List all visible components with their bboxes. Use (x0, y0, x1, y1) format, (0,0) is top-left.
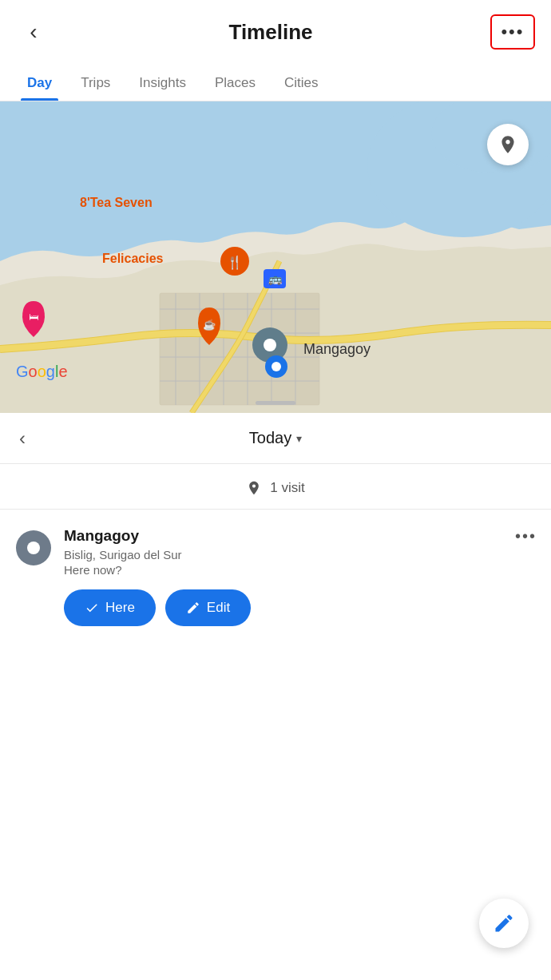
location-here-question: Here now? (64, 563, 535, 577)
checkmark-icon (85, 601, 99, 615)
google-logo: Google (16, 363, 68, 381)
visit-count-row: 1 visit (0, 464, 551, 510)
day-dropdown-icon[interactable]: ▾ (296, 432, 302, 445)
map-label-felicacies: Felicacies (102, 252, 164, 266)
tab-bar: Day Trips Insights Places Cities (0, 64, 551, 101)
location-name: Mangagoy (64, 527, 535, 545)
map-view[interactable]: 🚌 🍴 🛏 ☕ Mangagoy 8'Tea Seven Felicacies … (0, 101, 551, 413)
location-pin-icon (497, 134, 518, 155)
here-button[interactable]: Here (64, 589, 156, 626)
svg-rect-14 (96, 225, 200, 251)
fab-pencil-icon (493, 912, 515, 934)
map-location-pin-button[interactable] (487, 124, 529, 165)
page-title: Timeline (228, 20, 312, 45)
tab-trips[interactable]: Trips (66, 64, 125, 101)
day-label[interactable]: Today ▾ (249, 429, 302, 447)
location-card: Mangagoy Bislig, Surigao del Sur Here no… (0, 510, 551, 644)
svg-text:☕: ☕ (203, 318, 216, 331)
visit-pin-icon (246, 480, 262, 496)
svg-text:Mangagoy: Mangagoy (303, 341, 371, 357)
tab-day[interactable]: Day (13, 64, 66, 101)
pencil-icon (186, 601, 200, 615)
visit-count-text: 1 visit (270, 480, 304, 496)
location-address: Bislig, Surigao del Sur (64, 548, 535, 561)
fab-edit-button[interactable] (479, 899, 529, 948)
svg-point-24 (272, 362, 281, 371)
svg-text:🚌: 🚌 (268, 272, 283, 286)
tab-insights[interactable]: Insights (125, 64, 200, 101)
day-back-button[interactable]: ‹ (19, 427, 26, 450)
back-button[interactable]: ‹ (16, 14, 51, 50)
location-actions: Here Edit (64, 589, 535, 626)
edit-button[interactable]: Edit (165, 589, 251, 626)
map-drag-handle[interactable] (256, 401, 295, 405)
location-more-button[interactable]: ••• (515, 527, 537, 546)
location-info: Mangagoy Bislig, Surigao del Sur Here no… (64, 527, 535, 626)
header: ‹ Timeline ••• (0, 0, 551, 64)
location-avatar-dot (27, 542, 40, 554)
tab-cities[interactable]: Cities (270, 64, 333, 101)
day-navigation: ‹ Today ▾ (0, 413, 551, 464)
location-avatar (16, 530, 51, 565)
svg-text:🍴: 🍴 (227, 255, 243, 270)
svg-text:🛏: 🛏 (29, 311, 38, 323)
tab-places[interactable]: Places (200, 64, 270, 101)
more-menu-button[interactable]: ••• (490, 14, 535, 50)
map-label-8tea: 8'Tea Seven (80, 196, 153, 210)
svg-point-22 (264, 339, 276, 351)
